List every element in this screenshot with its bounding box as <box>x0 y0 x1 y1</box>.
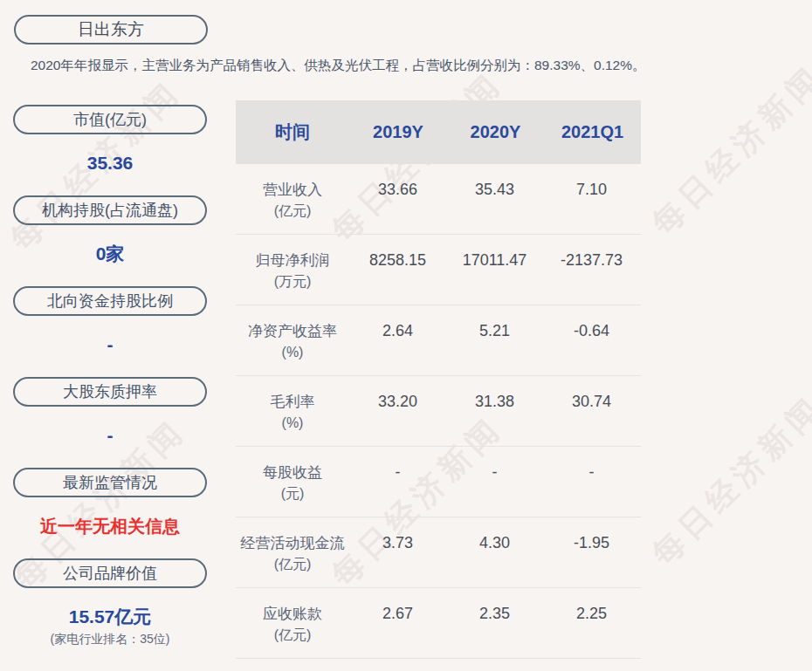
metric-label: 北向资金持股比例 <box>47 291 173 312</box>
metric-unit: (%) <box>236 413 349 434</box>
business-description: 2020年年报显示，主营业务为产品销售收入、供热及光伏工程，占营收比例分别为：8… <box>31 56 799 75</box>
sidebar-metric: 最新监管情况 近一年无相关信息 <box>13 468 207 558</box>
table-row: 归母净利润 (万元) 8258.15 17011.47 -2137.73 <box>236 235 641 305</box>
metric-unit: (亿元) <box>236 625 349 646</box>
news-card: 每日经济新闻 每日经济新闻 每日经济新闻 每日经济新闻 每日经济新闻 每日经济新… <box>0 0 812 671</box>
metric-value-2019: 8258.15 <box>349 250 446 271</box>
metric-label: 大股东质押率 <box>63 381 157 402</box>
metric-value-2020: 35.43 <box>446 179 543 201</box>
sidebar-item-value: - <box>13 423 207 448</box>
metric-name: 应收账款 <box>236 603 349 625</box>
metric-sub-value: (家电行业排名：35位) <box>13 630 207 647</box>
metric-label: 机构持股(占流通盘) <box>42 200 178 221</box>
metric-unit: (万元) <box>236 271 349 292</box>
metric-unit: (%) <box>236 342 349 363</box>
table-row: 营业收入 (亿元) 33.66 35.43 7.10 <box>236 164 641 235</box>
metric-value-2019: - <box>349 462 446 483</box>
metric-label-pill: 北向资金持股比例 <box>13 286 207 316</box>
metric-value-2020: 4.30 <box>446 532 543 554</box>
table-header-2020: 2020Y <box>447 122 544 142</box>
table-header-2021q1: 2021Q1 <box>544 122 641 142</box>
metric-unit: (元) <box>236 483 349 504</box>
metric-value-2019: 2.64 <box>349 320 446 342</box>
table-row: 应收账款 (亿元) 2.67 2.35 2.25 <box>236 588 641 659</box>
financial-table: 时间 2019Y 2020Y 2021Q1 营业收入 (亿元) 33.66 35… <box>236 100 641 659</box>
metric-value-wrap: 近一年无相关信息 <box>13 514 207 538</box>
metric-value-2019: 3.73 <box>349 532 446 554</box>
table-header-row: 时间 2019Y 2020Y 2021Q1 <box>236 100 641 164</box>
metric-name: 营业收入 <box>236 179 349 201</box>
sidebar-item-value: - <box>13 332 207 357</box>
metric-value-2019: 33.20 <box>349 391 446 413</box>
table-body: 营业收入 (亿元) 33.66 35.43 7.10 归母净利润 (万元) 82… <box>236 164 641 659</box>
table-row: 经营活动现金流 (亿元) 3.73 4.30 -1.95 <box>236 517 641 588</box>
metric-value-wrap: 35.36 <box>13 151 207 175</box>
sidebar-item-value: 15.57亿元 <box>13 605 207 629</box>
metric-name: 毛利率 <box>236 391 349 413</box>
metric-label-pill: 最新监管情况 <box>13 468 207 497</box>
metric-name: 每股收益 <box>236 462 349 483</box>
metric-label-cell: 每股收益 (元) <box>236 462 349 504</box>
metric-label-cell: 归母净利润 (万元) <box>236 250 349 292</box>
table-row: 净资产收益率 (%) 2.64 5.21 -0.64 <box>236 305 641 376</box>
metric-value-wrap: - <box>13 423 207 448</box>
metric-label: 最新监管情况 <box>63 472 157 493</box>
sidebar-item-value: 0家 <box>13 242 207 266</box>
sidebar-item-value: 近一年无相关信息 <box>13 514 207 538</box>
metric-value-wrap: 0家 <box>13 242 207 266</box>
metric-value-2021q1: - <box>543 462 640 483</box>
company-name: 日出东方 <box>78 18 144 41</box>
table-row: 毛利率 (%) 33.20 31.38 30.74 <box>236 376 641 447</box>
metric-sidebar: 市值(亿元) 35.36 机构持股(占流通盘) 0家 北 <box>13 105 207 649</box>
metric-label-cell: 净资产收益率 (%) <box>236 320 349 363</box>
metric-value-2020: 2.35 <box>446 603 543 625</box>
table-row: 每股收益 (元) - - - <box>236 447 641 517</box>
metric-value-2021q1: 2.25 <box>543 603 640 625</box>
sidebar-metric: 大股东质押率 - <box>13 377 207 468</box>
metric-value-2021q1: -0.64 <box>543 320 640 342</box>
metric-value-2020: 31.38 <box>446 391 543 413</box>
metric-label-cell: 应收账款 (亿元) <box>236 603 349 646</box>
sidebar-metric: 市值(亿元) 35.36 <box>13 105 207 195</box>
metric-value-wrap: - <box>13 332 207 357</box>
metric-value-2021q1: 30.74 <box>543 391 640 413</box>
sidebar-metric: 北向资金持股比例 - <box>13 286 207 377</box>
metric-name: 归母净利润 <box>236 250 349 271</box>
metric-value-2021q1: -1.95 <box>543 532 640 554</box>
company-name-pill: 日出东方 <box>14 15 208 45</box>
metric-label-pill: 机构持股(占流通盘) <box>13 195 207 225</box>
sidebar-item-value: 35.36 <box>13 151 207 175</box>
metric-value-wrap: 15.57亿元 (家电行业排名：35位) <box>13 605 207 647</box>
table-header-2019: 2019Y <box>349 122 447 142</box>
metric-value-2021q1: -2137.73 <box>543 250 640 271</box>
watermark-text: 每日经济新闻 <box>643 55 812 244</box>
metric-label: 市值(亿元) <box>73 109 147 130</box>
metric-label-pill: 市值(亿元) <box>13 105 207 134</box>
metric-label-cell: 毛利率 (%) <box>236 391 349 434</box>
metric-value-2020: - <box>446 462 543 483</box>
metric-label-cell: 营业收入 (亿元) <box>236 179 349 222</box>
sidebar-metric: 公司品牌价值 15.57亿元 (家电行业排名：35位) <box>13 558 207 649</box>
table-header-time: 时间 <box>236 120 349 144</box>
metric-value-2020: 17011.47 <box>446 250 543 271</box>
metric-value-2020: 5.21 <box>446 320 543 342</box>
sidebar-metric: 机构持股(占流通盘) 0家 <box>13 195 207 286</box>
metric-name: 净资产收益率 <box>236 320 349 342</box>
metric-label-pill: 大股东质押率 <box>13 377 207 407</box>
metric-value-2019: 2.67 <box>349 603 446 625</box>
metric-unit: (亿元) <box>236 554 349 575</box>
metric-label-pill: 公司品牌价值 <box>13 558 207 588</box>
metric-label-cell: 经营活动现金流 (亿元) <box>236 532 349 575</box>
metric-name: 经营活动现金流 <box>236 532 349 554</box>
metric-value-2019: 33.66 <box>349 179 446 201</box>
metric-label: 公司品牌价值 <box>63 563 157 584</box>
metric-unit: (亿元) <box>236 201 349 222</box>
watermark-text: 每日经济新闻 <box>643 386 812 575</box>
metric-value-2021q1: 7.10 <box>543 179 640 201</box>
